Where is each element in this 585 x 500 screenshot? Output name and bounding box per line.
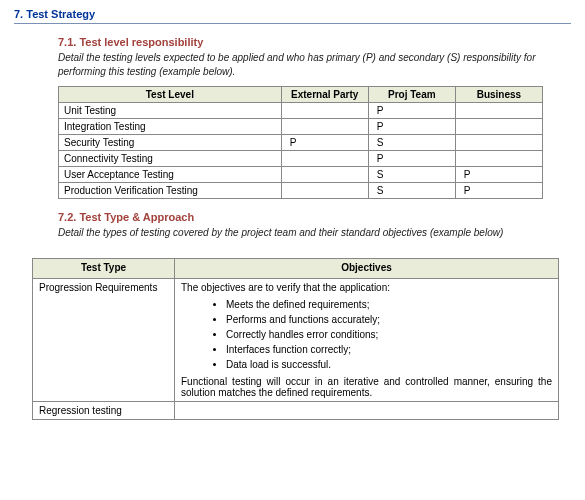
list-item: Interfaces function correctly;	[226, 342, 552, 357]
list-item: Performs and functions accurately;	[226, 312, 552, 327]
col-header-type: Test Type	[33, 258, 175, 278]
test-type-table-wrap: Test Type Objectives Progression Require…	[14, 258, 571, 420]
table-cell: Connectivity Testing	[59, 151, 282, 167]
table-cell: S	[368, 167, 455, 183]
list-item: Correctly handles error conditions;	[226, 327, 552, 342]
document-page: 7. Test Strategy 7.1. Test level respons…	[0, 0, 585, 420]
table-row: Production Verification TestingSP	[59, 183, 543, 199]
table-cell: P	[368, 103, 455, 119]
table-cell	[281, 119, 368, 135]
cell-test-type: Progression Requirements	[33, 278, 175, 401]
table-cell: Integration Testing	[59, 119, 282, 135]
cell-objectives: The objectives are to verify that the ap…	[175, 278, 559, 401]
table-cell	[455, 151, 542, 167]
col-header-business: Business	[455, 87, 542, 103]
table-cell: Security Testing	[59, 135, 282, 151]
table-header-row: Test Type Objectives	[33, 258, 559, 278]
col-header-objectives: Objectives	[175, 258, 559, 278]
objectives-intro: The objectives are to verify that the ap…	[181, 282, 552, 293]
table-cell	[455, 135, 542, 151]
table-cell: P	[368, 151, 455, 167]
subsection-title: 7.1. Test level responsibility	[58, 36, 543, 48]
table-cell: S	[368, 135, 455, 151]
objectives-outro: Functional testing will occur in an iter…	[181, 376, 552, 398]
col-header-proj-team: Proj Team	[368, 87, 455, 103]
table-row: Unit TestingP	[59, 103, 543, 119]
table-cell: P	[455, 167, 542, 183]
subsection-title: 7.2. Test Type & Approach	[58, 211, 543, 223]
table-cell	[281, 167, 368, 183]
table-header-row: Test Level External Party Proj Team Busi…	[59, 87, 543, 103]
objectives-list: Meets the defined requirements;Performs …	[181, 297, 552, 372]
col-header-external: External Party	[281, 87, 368, 103]
table-row: Regression testing	[33, 401, 559, 419]
cell-test-type: Regression testing	[33, 401, 175, 419]
cell-objectives	[175, 401, 559, 419]
table-cell: User Acceptance Testing	[59, 167, 282, 183]
table-cell	[281, 183, 368, 199]
table-cell: P	[368, 119, 455, 135]
table-cell	[455, 119, 542, 135]
col-header-level: Test Level	[59, 87, 282, 103]
section-divider	[14, 23, 571, 24]
table-row: User Acceptance TestingSP	[59, 167, 543, 183]
table-cell	[455, 103, 542, 119]
subsection-7-1: 7.1. Test level responsibility Detail th…	[14, 36, 571, 199]
table-row: Connectivity TestingP	[59, 151, 543, 167]
table-cell: S	[368, 183, 455, 199]
table-cell: Production Verification Testing	[59, 183, 282, 199]
subsection-7-2: 7.2. Test Type & Approach Detail the typ…	[14, 211, 571, 240]
list-item: Data load is successful.	[226, 357, 552, 372]
table-cell: Unit Testing	[59, 103, 282, 119]
table-cell	[281, 151, 368, 167]
test-level-table: Test Level External Party Proj Team Busi…	[58, 86, 543, 199]
subsection-description: Detail the testing levels expected to be…	[58, 51, 543, 78]
table-cell	[281, 103, 368, 119]
section-heading: 7. Test Strategy	[14, 8, 571, 20]
table-cell: P	[455, 183, 542, 199]
subsection-description: Detail the types of testing covered by t…	[58, 226, 543, 240]
table-row: Security TestingPS	[59, 135, 543, 151]
table-row: Progression RequirementsThe objectives a…	[33, 278, 559, 401]
table-cell: P	[281, 135, 368, 151]
list-item: Meets the defined requirements;	[226, 297, 552, 312]
table-row: Integration TestingP	[59, 119, 543, 135]
test-type-table: Test Type Objectives Progression Require…	[32, 258, 559, 420]
